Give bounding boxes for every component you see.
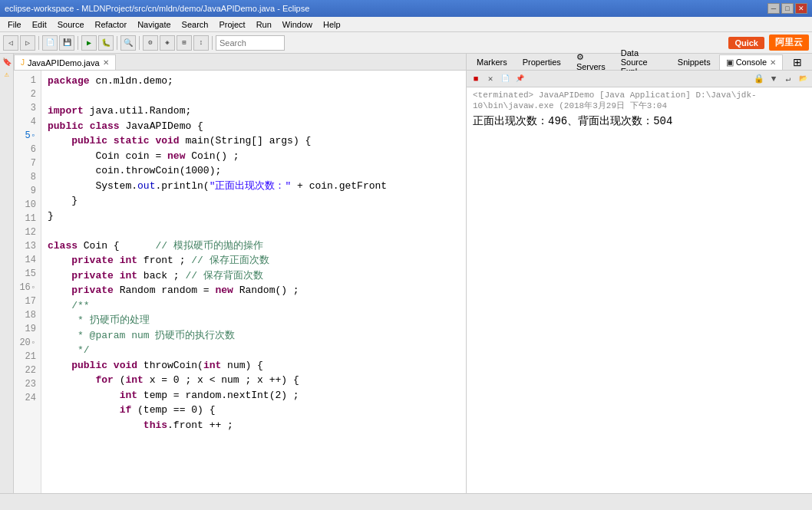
warning-icon: ⚠ [2, 69, 12, 80]
menu-file[interactable]: File [3, 18, 26, 31]
tab-console-close[interactable]: ✕ [770, 58, 776, 67]
line-num: 7 [17, 156, 36, 170]
window-controls[interactable]: ─ □ ✕ [767, 3, 807, 14]
editor-tab-label: JavaAPIDemo.java [28, 58, 100, 67]
quick-logo: Quick [728, 37, 764, 49]
menu-project[interactable]: Project [214, 18, 249, 31]
line-num: 1 [17, 74, 36, 87]
tb-forward-button[interactable]: ▷ [20, 35, 35, 51]
menu-edit[interactable]: Edit [28, 18, 51, 31]
tb-debug-button[interactable]: 🐛 [98, 35, 114, 51]
tb-separator-4 [139, 36, 140, 50]
tb-btn-extra-3[interactable]: ⊞ [177, 35, 192, 51]
tb-separator-1 [38, 36, 39, 50]
line-num: 21 [17, 350, 36, 364]
line-num: 10 [17, 198, 36, 212]
tab-servers[interactable]: ⚙ Servers [569, 54, 612, 70]
tab-servers-label: ⚙ Servers [576, 52, 606, 71]
minimize-button[interactable]: ─ [767, 3, 780, 14]
line-num: 3 [17, 101, 36, 115]
menu-search[interactable]: Search [177, 18, 213, 31]
console-pin-btn[interactable]: 📌 [513, 73, 526, 85]
right-panel-tabs: Markers Properties ⚙ Servers Data Source… [467, 54, 812, 71]
line-num: 2 [17, 87, 36, 101]
tab-snippets-label: Snippets [678, 58, 711, 67]
tab-markers[interactable]: Markers [470, 54, 514, 70]
line-num: 11 [17, 212, 36, 225]
line-num: 19 [17, 322, 36, 336]
line-num: 20◦ [17, 336, 36, 350]
line-num: 15 [17, 267, 36, 281]
tb-run-button[interactable]: ▶ [81, 35, 97, 51]
menu-source[interactable]: Source [53, 18, 89, 31]
tb-save-button[interactable]: 💾 [59, 35, 74, 51]
tb-btn-extra-2[interactable]: ◈ [160, 35, 175, 51]
console-new-btn[interactable]: 📄 [499, 73, 511, 85]
line-num: 16◦ [17, 281, 36, 294]
console-toolbar: ■ ✕ 📄 📌 🔒 ▼ ↵ 📂 [467, 71, 812, 87]
tab-properties-label: Properties [523, 58, 561, 67]
line-num: 8 [17, 170, 36, 184]
tab-datasource[interactable]: Data Source Expl... [614, 54, 669, 70]
menu-refactor[interactable]: Refactor [91, 18, 132, 31]
line-num: 5◦ [17, 129, 36, 143]
tb-back-button[interactable]: ◁ [3, 35, 18, 51]
code-content: package cn.mldn.demo; import java.util.R… [41, 71, 393, 493]
tab-markers-label: Markers [477, 58, 507, 67]
tab-console-icon: ▣ [726, 58, 734, 67]
line-num: 14 [17, 253, 36, 267]
tab-console-label: Console [736, 58, 767, 67]
menu-window[interactable]: Window [278, 18, 317, 31]
statusbar [0, 493, 812, 510]
line-num: 24 [17, 391, 36, 405]
maximize-button[interactable]: □ [781, 3, 794, 14]
tb-btn-extra-4[interactable]: ↕ [193, 35, 209, 51]
tab-console[interactable]: ▣ Console ✕ [719, 54, 783, 70]
tb-separator-5 [212, 36, 213, 50]
line-num: 22 [17, 364, 36, 377]
console-open-file-btn[interactable]: 📂 [797, 73, 809, 85]
tb-search-button[interactable]: 🔍 [120, 35, 136, 51]
left-sidebar-icons: 🔖 ⚠ [0, 54, 14, 493]
line-num: 12 [17, 225, 36, 239]
line-num: 9 [17, 184, 36, 198]
toolbar: ◁ ▷ 📄 💾 ▶ 🐛 🔍 ⚙ ◈ ⊞ ↕ Quick 阿里云 [0, 32, 812, 54]
editor-tab-close[interactable]: ✕ [103, 58, 109, 67]
tb-new-button[interactable]: 📄 [42, 35, 58, 51]
tb-separator-2 [78, 36, 78, 50]
console-result-line: 正面出现次数：496、背面出现次数：504 [473, 114, 806, 128]
line-num: 4 [17, 115, 36, 129]
close-button[interactable]: ✕ [795, 3, 807, 14]
console-terminated-line: <terminated> JavaAPIDemo [Java Applicati… [473, 90, 806, 111]
line-num: 6 [17, 143, 36, 156]
console-remove-btn[interactable]: ✕ [484, 73, 497, 85]
tb-btn-extra-1[interactable]: ⚙ [143, 35, 158, 51]
code-editor[interactable]: 1 2 3 4 5◦ 6 7 8 9 10 11 12 13 14 15 16◦… [14, 71, 466, 493]
titlebar: eclipse-workspace - MLDNProject/src/cn/m… [0, 0, 812, 17]
java-file-icon: J [21, 58, 25, 67]
line-numbers: 1 2 3 4 5◦ 6 7 8 9 10 11 12 13 14 15 16◦… [14, 71, 41, 493]
menu-run[interactable]: Run [252, 18, 276, 31]
console-terminate-btn[interactable]: ■ [470, 73, 482, 85]
menu-navigate[interactable]: Navigate [133, 18, 175, 31]
console-output: <terminated> JavaAPIDemo [Java Applicati… [467, 87, 812, 493]
tab-properties[interactable]: Properties [516, 54, 568, 70]
tab-extra-icon[interactable]: ⊞ [786, 54, 809, 70]
line-num: 23 [17, 377, 36, 391]
console-word-wrap-btn[interactable]: ↵ [782, 73, 794, 85]
console-scroll-lock-btn[interactable]: 🔒 [753, 73, 765, 85]
tab-snippets[interactable]: Snippets [671, 54, 718, 70]
search-input[interactable] [220, 38, 281, 48]
right-panel: Markers Properties ⚙ Servers Data Source… [467, 54, 812, 493]
menu-help[interactable]: Help [319, 18, 345, 31]
editor-panel: J JavaAPIDemo.java ✕ 1 2 3 4 5◦ 6 7 8 9 … [14, 54, 467, 493]
editor-tab-javaapidem[interactable]: J JavaAPIDemo.java ✕ [14, 54, 116, 70]
line-num: 13 [17, 239, 36, 253]
main-area: 🔖 ⚠ J JavaAPIDemo.java ✕ 1 2 3 4 5◦ 6 7 … [0, 54, 812, 493]
line-num: 17 [17, 294, 36, 308]
search-box[interactable] [216, 35, 285, 51]
title-text: eclipse-workspace - MLDNProject/src/cn/m… [5, 4, 309, 13]
editor-tabs: J JavaAPIDemo.java ✕ [14, 54, 466, 71]
console-view-menu-btn[interactable]: ▼ [767, 73, 780, 85]
menubar: File Edit Source Refactor Navigate Searc… [0, 17, 812, 32]
